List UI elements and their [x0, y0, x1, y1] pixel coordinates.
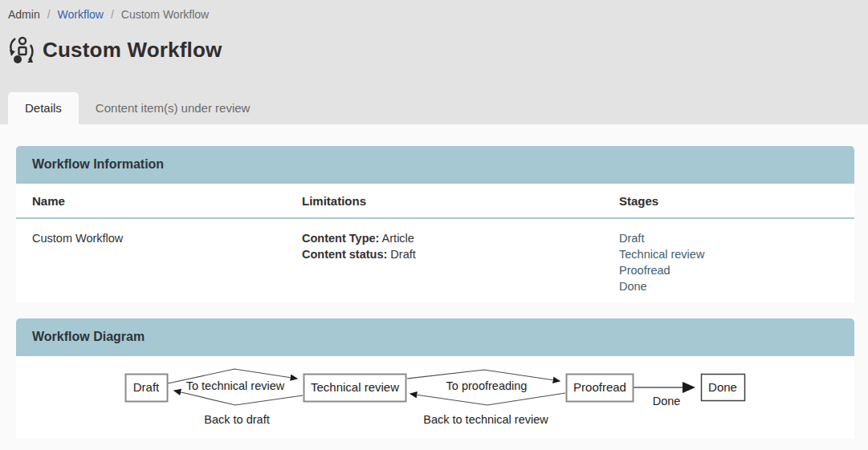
breadcrumb-separator: / [111, 8, 114, 21]
table-header-row: Name Limitations Stages [16, 184, 854, 219]
workflow-diagram-panel-title: Workflow Diagram [16, 318, 854, 356]
tab-details[interactable]: Details [8, 92, 79, 124]
workflow-information-table: Name Limitations Stages Custom Workflow … [16, 184, 854, 302]
workflow-information-panel: Workflow Information Name Limitations St… [16, 146, 854, 302]
workflow-diagram-panel: Workflow Diagram [16, 318, 854, 438]
workflow-name-cell: Custom Workflow [32, 230, 302, 294]
tab-bar: Details Content item(s) under review [8, 92, 267, 124]
limitation-label: Content Type: [302, 232, 379, 245]
tab-content-items-under-review[interactable]: Content item(s) under review [79, 92, 267, 124]
diagram-stage-label-done: Done [708, 380, 737, 394]
content-area: Workflow Information Name Limitations St… [0, 124, 868, 438]
column-header-stages: Stages [619, 184, 838, 217]
stage-item: Proofread [619, 262, 838, 278]
workflow-icon [8, 36, 35, 64]
page-title-row: Custom Workflow [0, 34, 868, 66]
limitations-cell: Content Type: Article Content status: Dr… [302, 230, 619, 294]
breadcrumb-item-current: Custom Workflow [121, 8, 209, 21]
top-header-area: Admin / Workflow / Custom Workflow Custo… [0, 0, 868, 124]
workflow-diagram: Draft Technical review Proofread Done To… [16, 356, 854, 438]
limitation-label: Content status: [302, 248, 387, 261]
limitation-content-status: Content status: Draft [302, 246, 619, 262]
page-title: Custom Workflow [43, 38, 222, 63]
stage-item: Draft [619, 230, 838, 246]
transition-back-to-draft-path [174, 391, 303, 405]
breadcrumb: Admin / Workflow / Custom Workflow [0, 0, 868, 21]
stage-item: Done [619, 278, 838, 294]
table-row: Custom Workflow Content Type: Article Co… [16, 219, 854, 302]
limitation-content-type: Content Type: Article [302, 230, 619, 246]
workflow-diagram-svg: Draft Technical review Proofread Done To… [16, 356, 854, 438]
limitation-value: Article [379, 232, 414, 245]
column-header-limitations: Limitations [302, 184, 619, 217]
diagram-stage-label-draft: Draft [133, 380, 160, 394]
diagram-stage-label-proofread: Proofread [573, 380, 626, 394]
breadcrumb-item-workflow[interactable]: Workflow [58, 8, 104, 21]
stage-item: Technical review [619, 246, 838, 262]
column-header-name: Name [32, 184, 302, 217]
breadcrumb-item-admin: Admin [8, 8, 40, 21]
stages-cell: Draft Technical review Proofread Done [619, 230, 838, 294]
transition-label-back-to-draft: Back to draft [204, 413, 269, 426]
limitation-value: Draft [387, 248, 415, 261]
transition-label-done: Done [653, 395, 681, 407]
transition-label-back-to-technical-review: Back to technical review [423, 413, 548, 426]
transition-label-to-technical-review: To technical review [186, 379, 285, 392]
breadcrumb-separator: / [47, 8, 51, 21]
transition-back-to-technical-review-path [410, 393, 565, 405]
diagram-stage-label-technical-review: Technical review [311, 380, 399, 394]
transition-label-to-proofreading: To proofreading [446, 379, 528, 392]
workflow-information-panel-title: Workflow Information [16, 146, 854, 184]
